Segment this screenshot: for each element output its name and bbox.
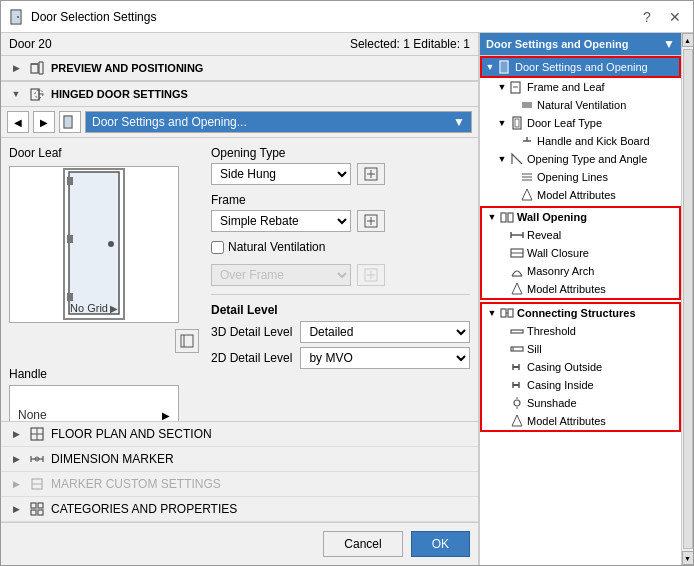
hinged-section-header[interactable]: ▼ HINGED DOOR SETTINGS <box>1 81 478 107</box>
marker-custom-collapse-btn[interactable]: ▶ <box>9 479 23 489</box>
over-frame-select[interactable]: Over Frame <box>211 264 351 286</box>
dimension-icon <box>29 451 45 467</box>
floor-plan-row[interactable]: ▶ FLOOR PLAN AND SECTION <box>1 422 478 447</box>
sunshade-icon <box>510 396 524 410</box>
help-button[interactable]: ? <box>637 7 657 27</box>
tree-item-threshold[interactable]: Threshold <box>482 322 679 340</box>
natural-ventilation-row: Natural Ventilation <box>211 240 470 254</box>
tree-item-reveal[interactable]: Reveal <box>482 226 679 244</box>
preview-section-header[interactable]: ▶ PREVIEW AND POSITIONING <box>1 55 478 81</box>
opening-type-select[interactable]: Side Hung Double Swing Sliding Folding <box>211 163 351 185</box>
tree-scroll[interactable]: ▼ Door Settings and Opening ▼ <box>480 56 681 565</box>
connecting-icon <box>500 306 514 320</box>
tree-item-door-settings[interactable]: ▼ Door Settings and Opening <box>480 56 681 78</box>
tree-item-opening-angle[interactable]: ▼ Opening Type and Angle <box>480 150 681 168</box>
tree-item-wall-opening[interactable]: ▼ Wall Opening <box>482 208 679 226</box>
expand-icon-dlt: ▼ <box>496 117 508 129</box>
door-name: Door 20 <box>9 37 52 51</box>
tree-label-threshold: Threshold <box>527 325 576 337</box>
scrollbar-thumb[interactable] <box>683 49 693 549</box>
tree-item-casing-out[interactable]: Casing Outside <box>482 358 679 376</box>
dimension-collapse-btn[interactable]: ▶ <box>9 454 23 464</box>
tree-label-wall-opening: Wall Opening <box>517 211 587 223</box>
tree-item-connecting[interactable]: ▼ Connecting Structures <box>482 304 679 322</box>
floor-plan-label: FLOOR PLAN AND SECTION <box>51 427 212 441</box>
tree-item-wall-closure[interactable]: Wall Closure <box>482 244 679 262</box>
3d-detail-select[interactable]: Detailed Simple Custom <box>300 321 470 343</box>
handle-value: None <box>18 408 47 421</box>
svg-rect-21 <box>181 335 193 347</box>
opening-type-detail-btn[interactable] <box>357 163 385 185</box>
main-content: Door 20 Selected: 1 Editable: 1 ▶ PREVIE… <box>1 33 693 565</box>
tree-item-frame-leaf[interactable]: ▼ Frame and Leaf <box>480 78 681 96</box>
tree-item-sill[interactable]: Sill <box>482 340 679 358</box>
preview-section-label: PREVIEW AND POSITIONING <box>51 62 203 74</box>
svg-rect-62 <box>508 213 513 222</box>
handle-kick-icon <box>520 134 534 148</box>
handle-label: Handle <box>9 367 47 381</box>
door-preview-svg <box>59 167 129 322</box>
tree-item-casing-in[interactable]: Casing Inside <box>482 376 679 394</box>
tree-item-model-attrs-2[interactable]: Model Attributes <box>482 280 679 298</box>
tree-item-sunshade[interactable]: Sunshade <box>482 394 679 412</box>
svg-rect-70 <box>508 309 513 317</box>
frame-select[interactable]: Simple Rebate No Frame Complex Frame <box>211 210 351 232</box>
categories-row[interactable]: ▶ CATEGORIES AND PROPERTIES <box>1 497 478 522</box>
hinged-collapse-btn[interactable]: ▼ <box>9 89 23 99</box>
detail-level-main-label: Detail Level <box>211 303 470 317</box>
cancel-button[interactable]: Cancel <box>323 531 402 557</box>
handle-arrow: ▶ <box>162 410 170 421</box>
dimension-row[interactable]: ▶ DIMENSION MARKER <box>1 447 478 472</box>
3d-detail-label: 3D Detail Level <box>211 325 292 339</box>
svg-rect-17 <box>67 177 73 185</box>
nav-dropdown[interactable]: Door Settings and Opening... ▼ <box>85 111 472 133</box>
tree-label-masonry-arch: Masonry Arch <box>527 265 594 277</box>
bottom-sections: ▶ FLOOR PLAN AND SECTION ▶ <box>1 421 478 522</box>
2d-detail-select[interactable]: by MVO Detailed Simple <box>300 347 470 369</box>
svg-point-20 <box>108 241 114 247</box>
floor-plan-collapse-btn[interactable]: ▶ <box>9 429 23 439</box>
preview-collapse-btn[interactable]: ▶ <box>9 63 23 73</box>
wall-closure-icon <box>510 246 524 260</box>
tree-item-door-leaf-type[interactable]: ▼ Door Leaf Type <box>480 114 681 132</box>
nav-next-btn[interactable]: ▶ <box>33 111 55 133</box>
svg-point-2 <box>17 16 19 18</box>
close-button[interactable]: ✕ <box>665 7 685 27</box>
no-grid-arrow: ▶ <box>110 303 118 314</box>
scroll-up-btn[interactable]: ▲ <box>682 33 694 47</box>
natural-ventilation-label: Natural Ventilation <box>228 240 325 254</box>
nav-prev-btn[interactable]: ◀ <box>7 111 29 133</box>
model-attrs-3-icon <box>510 414 524 428</box>
tree-label-sill: Sill <box>527 343 542 355</box>
door-info-bar: Door 20 Selected: 1 Editable: 1 <box>1 33 478 55</box>
floor-plan-icon <box>29 426 45 442</box>
tree-item-handle-kick[interactable]: Handle and Kick Board <box>480 132 681 150</box>
tree-label-model-attrs-1: Model Attributes <box>537 189 616 201</box>
categories-label: CATEGORIES AND PROPERTIES <box>51 502 237 516</box>
categories-collapse-btn[interactable]: ▶ <box>9 504 23 514</box>
handle-preview-box: None ▶ <box>9 385 179 421</box>
opening-type-controls: Side Hung Double Swing Sliding Folding <box>211 163 470 185</box>
ok-button[interactable]: OK <box>411 531 470 557</box>
sill-icon <box>510 342 524 356</box>
natural-ventilation-checkbox[interactable] <box>211 241 224 254</box>
marker-custom-row[interactable]: ▶ MARKER CUSTOM SETTINGS <box>1 472 478 497</box>
scroll-down-btn[interactable]: ▼ <box>682 551 694 565</box>
right-panel: Door Settings and Opening ▼ ▼ Door Setti… <box>479 33 681 565</box>
expand-icon: ▼ <box>484 61 496 73</box>
tree-header-text: Door Settings and Opening <box>486 38 628 50</box>
frame-detail-btn[interactable] <box>357 210 385 232</box>
dimension-label: DIMENSION MARKER <box>51 452 174 466</box>
tree-item-model-attrs-1[interactable]: Model Attributes <box>480 186 681 204</box>
wall-opening-box: ▼ Wall Opening <box>480 206 681 300</box>
tree-item-opening-lines[interactable]: Opening Lines <box>480 168 681 186</box>
over-frame-detail-btn[interactable] <box>357 264 385 286</box>
tree-label-opening-lines: Opening Lines <box>537 171 608 183</box>
tree-item-masonry-arch[interactable]: Masonry Arch <box>482 262 679 280</box>
door-leaf-settings-btn[interactable] <box>175 329 199 353</box>
tree-label-model-attrs-2: Model Attributes <box>527 283 606 295</box>
tree-item-model-attrs-3[interactable]: Model Attributes <box>482 412 679 430</box>
tree-item-natural-vent[interactable]: Natural Ventilation <box>480 96 681 114</box>
dialog-window: Door Selection Settings ? ✕ Door 20 Sele… <box>0 0 694 566</box>
scrollbar-track[interactable]: ▲ ▼ <box>681 33 693 565</box>
